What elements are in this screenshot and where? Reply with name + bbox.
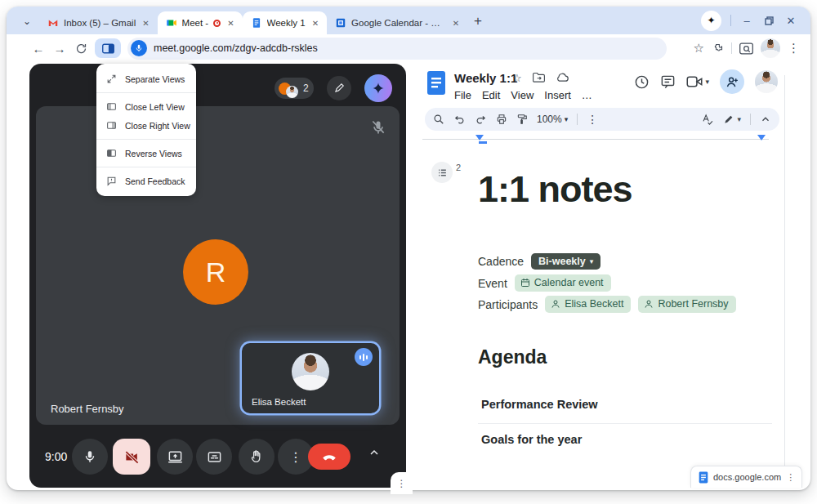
mic-permission-icon[interactable]: [131, 40, 147, 56]
close-tab-icon[interactable]: ✕: [310, 17, 320, 29]
menu-item-close-right-view[interactable]: Close Right View: [96, 116, 196, 135]
split-view-button[interactable]: [95, 38, 121, 58]
left-indent-bar[interactable]: [479, 141, 487, 144]
left-pane-menu[interactable]: ⋮: [391, 472, 413, 494]
tab-strip: ⌄ Inbox (5) – Gmail ✕ Meet - ✕ Weekly 1 …: [7, 7, 810, 34]
menu-overflow[interactable]: …: [582, 89, 592, 101]
header-actions: ▾: [634, 69, 778, 94]
account-avatar[interactable]: [755, 70, 778, 93]
cloud-saved-icon[interactable]: [556, 72, 569, 83]
toolbar-overflow-icon[interactable]: ⋮: [587, 113, 598, 126]
participants-pill[interactable]: 2: [275, 78, 314, 99]
pip-video-tile[interactable]: Elisa Beckett: [242, 343, 379, 413]
tab-docs[interactable]: Weekly 1 ✕: [243, 11, 327, 34]
document-title[interactable]: Weekly 1:1: [454, 71, 517, 85]
tab-calendar[interactable]: Google Calendar - week of ✕: [327, 11, 467, 34]
close-window-button[interactable]: ✕: [784, 15, 797, 27]
tab-search-chevron-icon[interactable]: ⌄: [18, 12, 36, 30]
menu-item-separate-views[interactable]: Separate Views: [96, 69, 196, 88]
share-button[interactable]: [720, 69, 744, 94]
docs-logo-icon: [426, 70, 446, 96]
agenda-item[interactable]: Performance Review: [481, 398, 598, 411]
audio-level-icon: [355, 348, 373, 366]
caret-down-icon: ▾: [590, 257, 594, 265]
tab-gmail[interactable]: Inbox (5) – Gmail ✕: [39, 11, 158, 34]
calendar-event-chip[interactable]: Calendar event: [515, 274, 611, 292]
version-history-icon[interactable]: [634, 74, 650, 90]
participant-count: 2: [303, 83, 309, 94]
menu-item-close-left-view[interactable]: Close Left View: [96, 97, 196, 116]
video-call-icon: [686, 75, 703, 88]
site-badge-label: docs.google.com: [713, 472, 781, 482]
toolbar-right: ☆ ⋮: [694, 38, 810, 58]
gmail-icon: [47, 17, 59, 29]
star-document-icon[interactable]: ☆: [512, 72, 522, 84]
reload-button[interactable]: [70, 38, 92, 59]
search-tabs-icon[interactable]: [739, 42, 753, 55]
menu-item-send-feedback[interactable]: Send Feedback: [96, 172, 196, 190]
raise-hand-button[interactable]: [239, 439, 275, 475]
separate-views-icon: [106, 74, 117, 84]
forward-button[interactable]: →: [49, 38, 70, 59]
menu-item-reverse-views[interactable]: Reverse Views: [96, 144, 196, 163]
add-person-icon: [725, 75, 739, 89]
menu-divider: [96, 92, 196, 93]
annotate-button[interactable]: [327, 76, 351, 100]
profile-avatar[interactable]: [761, 38, 780, 58]
search-icon[interactable]: [433, 114, 444, 125]
undo-icon[interactable]: [453, 114, 466, 125]
browser-toolbar: ← → meet.google.com/zdgv-adcdb-rskles ☆ …: [7, 34, 810, 62]
collapse-toolbar-icon[interactable]: [760, 114, 771, 125]
present-button[interactable]: [157, 439, 193, 475]
spellcheck-icon[interactable]: [701, 114, 714, 126]
move-folder-icon[interactable]: [533, 72, 545, 83]
close-tab-icon[interactable]: ✕: [451, 17, 461, 29]
extensions-icon[interactable]: [712, 42, 724, 55]
back-button[interactable]: ←: [28, 38, 49, 59]
outline-badge-button[interactable]: [431, 162, 453, 183]
cadence-dropdown-chip[interactable]: Bi-weekly ▾: [531, 253, 600, 270]
expand-controls-button[interactable]: [368, 446, 381, 459]
new-tab-button[interactable]: +: [474, 13, 482, 29]
camera-off-button[interactable]: [113, 439, 150, 475]
close-tab-icon[interactable]: ✕: [225, 17, 235, 29]
section-heading[interactable]: Agenda: [478, 346, 547, 368]
browser-menu-icon[interactable]: ⋮: [788, 41, 800, 56]
tab-label: Weekly 1: [267, 18, 306, 28]
menu-view[interactable]: View: [511, 89, 534, 101]
address-bar[interactable]: meet.google.com/zdgv-adcdb-rskles: [127, 38, 667, 60]
video-call-button[interactable]: ▾: [686, 75, 709, 88]
right-pane-site-badge[interactable]: docs.google.com ⋮: [690, 466, 802, 488]
tab-meet[interactable]: Meet - ✕: [158, 11, 243, 34]
zoom-control[interactable]: 100% ▾: [537, 114, 568, 125]
menu-item-label: Reverse Views: [125, 149, 182, 158]
minimize-button[interactable]: –: [740, 15, 753, 27]
menu-insert[interactable]: Insert: [544, 89, 571, 101]
mic-button[interactable]: [72, 439, 108, 475]
participant-chip[interactable]: Elisa Beckett: [545, 296, 631, 313]
paint-format-icon[interactable]: [516, 114, 528, 125]
pane-menu-icon[interactable]: ⋮: [786, 472, 795, 483]
print-icon[interactable]: [496, 114, 507, 125]
url-text[interactable]: meet.google.com/zdgv-adcdb-rskles: [154, 42, 318, 54]
left-indent-marker[interactable]: [475, 135, 484, 140]
menu-file[interactable]: File: [454, 89, 471, 101]
document-heading[interactable]: 1:1 notes: [478, 168, 632, 211]
editing-mode-button[interactable]: ▾: [723, 114, 741, 125]
close-tab-icon[interactable]: ✕: [141, 17, 150, 29]
participant-chip[interactable]: Robert Fernsby: [638, 296, 735, 313]
gemini-button[interactable]: [364, 74, 392, 102]
menu-edit[interactable]: Edit: [482, 89, 500, 101]
bookmark-star-icon[interactable]: ☆: [694, 41, 704, 56]
tab-organize-sparkle-icon[interactable]: ✦: [701, 11, 721, 31]
page-search-icon: [739, 42, 753, 55]
comments-icon[interactable]: [660, 74, 676, 90]
scrollbar-track[interactable]: [784, 75, 785, 466]
calendar-icon: [335, 17, 346, 29]
captions-button[interactable]: [196, 439, 232, 475]
redo-icon[interactable]: [475, 114, 487, 125]
leave-call-button[interactable]: [308, 444, 350, 470]
agenda-item[interactable]: Goals for the year: [481, 433, 582, 446]
right-indent-marker[interactable]: [757, 135, 766, 140]
restore-button[interactable]: [762, 16, 775, 25]
